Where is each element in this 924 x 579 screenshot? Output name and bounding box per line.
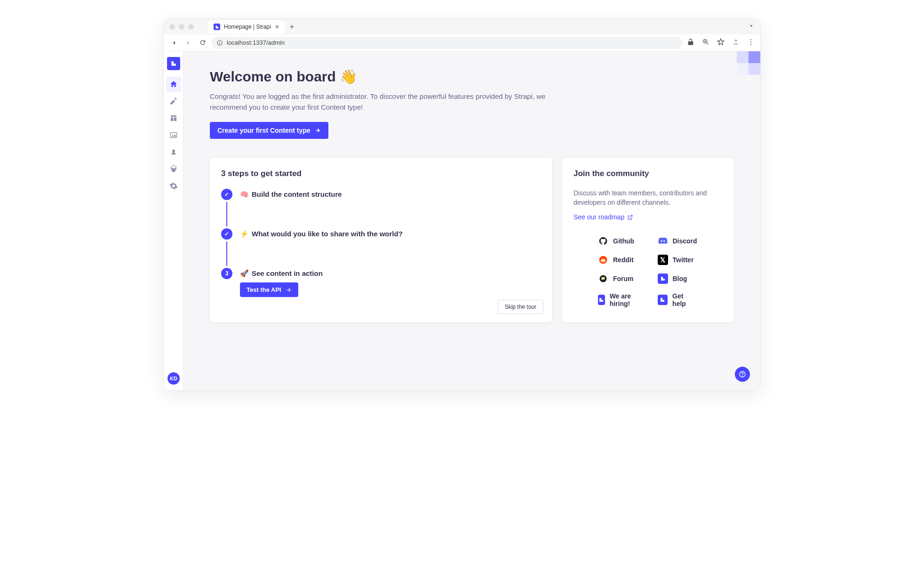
profile-icon[interactable] xyxy=(732,38,740,48)
step-2: ✓ ⚡What would you like to share with the… xyxy=(221,228,541,240)
test-api-button[interactable]: Test the API xyxy=(240,282,298,297)
question-icon xyxy=(739,370,746,378)
titlebar: Homepage | Strapi ✕ + xyxy=(164,19,760,34)
external-link-icon xyxy=(627,214,633,220)
sidebar xyxy=(164,51,183,390)
svg-point-13 xyxy=(602,260,603,261)
community-desc: Discuss with team members, contributors … xyxy=(574,189,723,207)
arrow-right-icon xyxy=(285,287,292,293)
svg-point-14 xyxy=(604,260,605,261)
nav-forward-icon[interactable] xyxy=(183,39,193,47)
community-link-github[interactable]: Github xyxy=(598,236,639,246)
svg-rect-9 xyxy=(749,63,760,75)
svg-rect-6 xyxy=(170,133,177,138)
onboarding-card: 3 steps to get started ✓ 🧠Build the cont… xyxy=(210,158,552,322)
corner-decoration-icon xyxy=(704,51,760,89)
sidebar-item-builder[interactable] xyxy=(166,111,181,126)
reload-icon[interactable] xyxy=(198,39,207,46)
sidebar-item-marketplace[interactable] xyxy=(166,161,181,177)
sidebar-item-settings[interactable] xyxy=(166,178,181,193)
url-bar: localhost:1337/admin xyxy=(164,34,760,51)
community-link-hiring[interactable]: We are hiring! xyxy=(598,292,639,307)
hiring-icon xyxy=(598,295,605,305)
svg-point-4 xyxy=(750,41,751,42)
step-connector xyxy=(226,202,227,226)
sidebar-item-content[interactable] xyxy=(166,94,181,109)
check-icon: ✓ xyxy=(221,228,232,240)
help-icon xyxy=(658,295,668,305)
step-number-badge: 3 xyxy=(221,268,232,279)
svg-rect-10 xyxy=(737,63,749,75)
forum-icon xyxy=(598,273,608,284)
x-icon: 𝕏 xyxy=(658,255,668,265)
url-field[interactable]: localhost:1337/admin xyxy=(212,37,682,49)
nav-back-icon[interactable] xyxy=(169,39,179,47)
step-3: 3 🚀See content in action Test the API xyxy=(221,268,541,297)
traffic-lights[interactable] xyxy=(169,24,194,30)
sidebar-item-home[interactable] xyxy=(166,77,181,92)
close-icon[interactable]: ✕ xyxy=(275,24,279,30)
help-fab-button[interactable] xyxy=(735,367,750,382)
user-avatar[interactable]: KD xyxy=(167,372,180,385)
new-tab-button[interactable]: + xyxy=(290,23,294,31)
community-link-help[interactable]: Get help xyxy=(658,292,699,307)
tabs-dropdown-icon[interactable] xyxy=(748,23,755,31)
url-text: localhost:1337/admin xyxy=(227,39,285,46)
community-card: Join the community Discuss with team mem… xyxy=(562,158,734,322)
create-content-type-button[interactable]: Create your first Content type xyxy=(210,122,328,139)
zoom-icon[interactable] xyxy=(702,38,709,48)
svg-point-3 xyxy=(750,39,751,40)
svg-rect-7 xyxy=(737,51,749,63)
community-link-blog[interactable]: Blog xyxy=(658,273,699,284)
sidebar-item-releases[interactable] xyxy=(166,145,181,160)
svg-point-2 xyxy=(734,39,737,41)
svg-rect-8 xyxy=(749,51,760,63)
github-icon xyxy=(598,236,608,246)
check-icon: ✓ xyxy=(221,189,232,200)
sidebar-item-media[interactable] xyxy=(166,128,181,143)
step-connector xyxy=(226,241,227,266)
community-heading: Join the community xyxy=(574,169,723,178)
community-link-reddit[interactable]: Reddit xyxy=(598,255,639,265)
bookmark-icon[interactable] xyxy=(717,38,725,48)
page-title: Welcome on board 👋 xyxy=(210,68,734,85)
menu-icon[interactable] xyxy=(747,38,755,48)
main-content: Welcome on board 👋 Congrats! You are log… xyxy=(183,51,760,390)
roadmap-link[interactable]: See our roadmap xyxy=(574,213,633,221)
community-link-discord[interactable]: Discord xyxy=(658,236,699,246)
svg-point-5 xyxy=(750,43,751,44)
strapi-logo-icon[interactable] xyxy=(167,57,180,70)
tab-title: Homepage | Strapi xyxy=(224,24,271,30)
page-subtitle: Congrats! You are logged as the first ad… xyxy=(210,91,549,113)
favicon-icon xyxy=(214,24,220,30)
browser-window: Homepage | Strapi ✕ + localhost:1337/adm… xyxy=(163,19,761,391)
steps-heading: 3 steps to get started xyxy=(221,169,541,178)
skip-tour-button[interactable]: Skip the tour xyxy=(498,300,543,314)
community-link-forum[interactable]: Forum xyxy=(598,273,639,284)
blog-icon xyxy=(658,273,668,284)
discord-icon xyxy=(658,236,668,246)
password-icon[interactable] xyxy=(687,38,694,48)
step-1: ✓ 🧠Build the content structure xyxy=(221,189,541,200)
community-link-twitter[interactable]: 𝕏 Twitter xyxy=(658,255,699,265)
app: KD Welcome on board 👋 Congrats! You are … xyxy=(164,51,760,390)
reddit-icon xyxy=(598,255,608,265)
browser-tab[interactable]: Homepage | Strapi ✕ xyxy=(208,20,285,33)
arrow-right-icon xyxy=(314,127,321,134)
info-icon xyxy=(216,40,223,46)
